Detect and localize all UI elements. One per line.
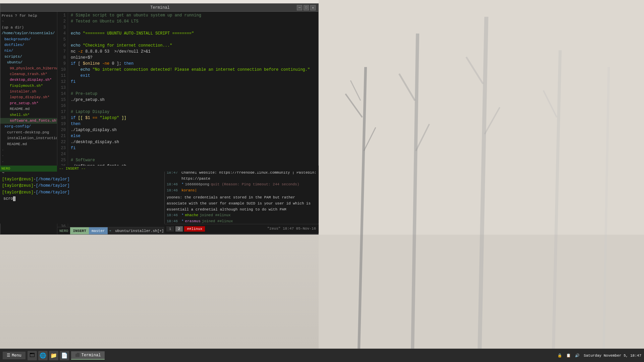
taskbar-app-folder[interactable]: 📁 [49,351,58,360]
wallpaper [319,0,644,349]
file-tree-shell[interactable]: shell.sh* [0,112,57,118]
file-tree-ubuntu[interactable]: ubuntu/ [0,60,57,65]
file-tree-readme2[interactable]: README.md [0,141,57,147]
file-tree-physlock[interactable]: 99_physlock_on_hibernate_an [0,66,57,71]
irc-text-5: joined ##linux [202,219,233,224]
term-prompt-2: [taylor@zeus]-[/home/taylor] [2,183,162,189]
taskbar-terminal-button[interactable]: ⬛ Terminal [71,351,105,360]
taskbar-sound-icon: 🔊 [575,353,580,358]
irc-bullet-5: * [181,219,184,224]
code-line-23: fi [71,145,316,151]
irc-text-1: Channel website: https://freenode.linux.… [181,170,317,182]
irc-line-1: 18:47 Channel website: https://freenode.… [167,170,317,182]
terminal-app-label: Terminal [82,353,101,358]
file-tree-dotfiles[interactable]: dotfiles/ [0,42,57,48]
file-tree-pre-setup[interactable]: pre_setup.sh* [0,101,57,106]
irc-bullet-4: * [181,213,184,219]
code-line-11: exit [71,73,316,79]
code-line-9: if [ $online -ne 0 ]; then [71,61,316,67]
term-prompt-1: [taylor@zeus]-[/home/taylor] [2,176,162,183]
file-tree-fixplymouth[interactable]: fixplymouth.sh* [0,83,57,89]
status-nero: NERO [57,227,70,235]
file-tree-dir-essentials[interactable]: /home/taylor/essentials/ [0,31,57,36]
prompt-user-3: [taylor@zeus] [2,190,34,195]
nero-label: NERO [1,167,10,171]
code-line-3 [71,24,316,31]
code-line-7: nc -z 8.8.8.0 53 >/dev/null 2>&1 [71,49,316,55]
code-line-21: else [71,133,316,139]
irc-nick-korans-1: korans| [181,188,197,194]
file-tree-software[interactable]: software_and_fonts.sh* [0,118,57,124]
irc-nick-mhache: mhache [185,213,199,219]
file-tree-up[interactable]: (up a dir) [0,25,57,31]
code-line-4: echo "======== UBUNTU AUTO-INSTALL SCRIP… [71,31,316,37]
irc-time-5: 18:46 [167,219,180,224]
code-line-6: echo "Checking for internet connection..… [71,43,316,49]
irc-line-5: 18:46 * erasmus joined ##linux [167,219,317,224]
file-tree-readme1[interactable]: README.md [0,106,57,112]
start-button[interactable]: ☰ Menu [3,352,25,359]
minimize-button[interactable]: — [297,5,302,10]
code-line-24 [71,151,316,157]
file-tree-current-desktop[interactable]: current-desktop.png [0,130,57,135]
file-tree-cleanup[interactable]: cleanup_trash.sh* [0,71,57,77]
file-tree-xorg[interactable]: xorg-config/ [0,124,57,129]
titlebar: Terminal — □ ✕ [0,4,318,12]
close-button[interactable]: ✕ [310,5,316,10]
file-tree-backgrounds[interactable]: backgrounds/ [0,37,57,42]
file-tree-installer[interactable]: installer.sh [0,89,57,95]
irc-bullet-2: * [181,182,184,188]
code-line-19: then [71,121,316,127]
window-controls: — □ ✕ [297,5,316,10]
term-cmd: scro| [2,196,162,202]
code-line-12: fi [71,79,316,85]
irc-tab-1[interactable]: 1 [166,226,174,232]
file-tree-d1: - [0,147,57,153]
status-insert: INSERT [70,227,89,234]
taskbar-app-extra[interactable]: 📄 [60,351,69,360]
code-line-18: if [[ $1 == "laptop" ]] [71,115,316,121]
file-tree-nix[interactable]: nix/ [0,48,57,54]
prompt-dash-1: - [34,177,36,182]
irc-tab-linux[interactable]: ##linux [184,226,205,232]
term-prompt-3: [taylor@zeus]-[/home/taylor] [2,189,162,196]
file-tree-installation[interactable]: installation_instructions [0,135,57,141]
irc-time-2: 18:46 [167,182,180,188]
code-line-13 [71,85,316,91]
nero-bottom-bar: NERO [0,166,57,172]
code-line-2: # Tested on Ubuntu 16.04 LTS [71,18,316,24]
taskbar-app-files[interactable]: 🗔 [28,351,37,360]
start-icon: ☰ [7,353,10,358]
window-title: Terminal [23,5,297,10]
code-line-16 [71,103,316,109]
file-tree-scripts[interactable]: scripts/ [0,54,57,60]
terminal-left-panel[interactable]: ~ [taylor@zeus]-[/home/taylor] [taylor@z… [0,168,164,224]
irc-nick-1666: 1666666pong [185,182,210,188]
irc-text-3: yoones: the credentials arent stored in … [167,195,317,213]
file-tree-help: Press ? for help [0,13,57,19]
prompt-user-2: [taylor@zeus] [2,183,34,188]
status-master: master [89,227,108,234]
irc-time-3: 18:46 [167,188,180,194]
maximize-button[interactable]: □ [304,5,309,10]
terminal-app-icon: ⬛ [75,353,80,358]
taskbar-app-browser[interactable]: 🌐 [38,351,48,360]
desktop: Terminal — □ ✕ Press ? for help ~ (up a … [0,0,644,349]
code-line-1: # Simple script to get an ubuntu system … [71,12,316,18]
prompt-user-1: [taylor@zeus] [2,177,34,182]
irc-time-1: 18:47 [167,170,180,182]
status-arrow: ➜ [108,229,113,233]
irc-line-4: 18:46 * mhache joined ##linux [167,213,317,219]
irc-panel[interactable]: 18:47 Channel website: https://freenode.… [164,168,319,224]
prompt-path-3: [/home/taylor] [36,190,70,195]
file-tree-laptop-display[interactable]: laptop_display.sh* [0,95,57,100]
code-line-5 [71,37,316,43]
code-line-14: # Pre-setup [71,91,316,97]
file-tree-d3: - [0,159,57,165]
file-tree-desktop-display[interactable]: desktop_display.sh* [0,77,57,83]
irc-line-2: 18:46 * 1666666pong quit (Reason: Ping t… [167,182,317,188]
irc-nick-erasmus: erasmus [185,219,201,224]
prompt-dash-2: - [34,183,36,188]
code-line-22: ./desktop_display.sh [71,139,316,145]
irc-tab-2[interactable]: 2 [175,226,183,232]
